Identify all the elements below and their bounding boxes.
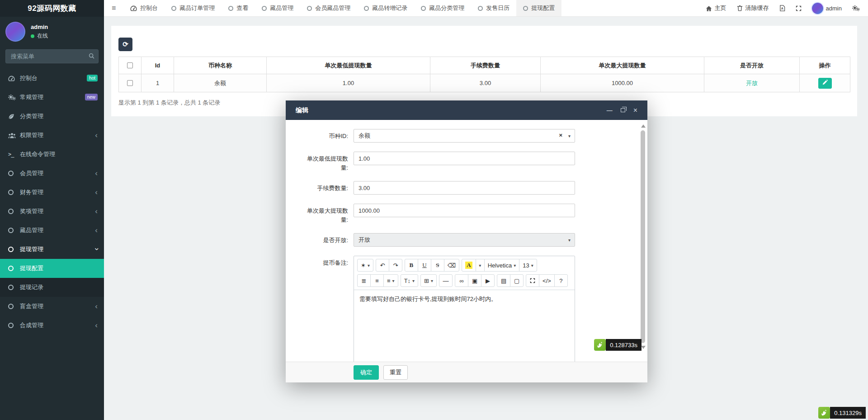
code-view-button[interactable]: </> [539, 274, 555, 287]
app-logo[interactable]: 92源码网数藏 [0, 0, 104, 17]
horizontal-rule-button[interactable]: — [439, 274, 453, 287]
currency-select[interactable]: 余额 [354, 129, 575, 143]
tab-collection-categories[interactable]: 藏品分类管理 [414, 0, 471, 16]
fee-input[interactable] [354, 181, 575, 195]
close-icon[interactable]: × [633, 106, 637, 115]
dialog-titlebar[interactable]: 编辑 — × [286, 100, 647, 120]
insert-table-dropdown[interactable]: ⊞▾ [420, 274, 437, 287]
clear-format-button[interactable]: ⌫ [444, 259, 459, 272]
help-button[interactable]: ? [554, 274, 568, 287]
attach-file-button[interactable]: ▢ [510, 274, 524, 287]
field-is-open: 是否开放: 开放 ▾ [303, 233, 647, 247]
sidebar-item-awards[interactable]: 奖项管理 ‹ [0, 202, 104, 221]
max-withdraw-input[interactable] [354, 204, 575, 217]
field-label: 手续费数量: [303, 181, 348, 195]
maximize-icon[interactable] [621, 108, 625, 112]
editor-content[interactable]: 需要填写好自己的银行卡号,提现到账时间72小时内。 [354, 290, 575, 362]
language-button[interactable]: A [779, 5, 785, 11]
sidebar-item-permissions[interactable]: 权限管理 ‹ [0, 126, 104, 145]
tab-dashboard[interactable]: 控制台 [123, 0, 165, 16]
sidebar-item-general[interactable]: 常规管理 new [0, 88, 104, 107]
unordered-list-button[interactable]: ≣ [357, 274, 371, 287]
avatar[interactable] [5, 22, 25, 42]
sidebar-item-blindbox[interactable]: 盲盒管理 ‹ [0, 297, 104, 316]
chevron-left-icon: ‹ [95, 302, 98, 310]
refresh-button[interactable]: ⟳ [118, 38, 132, 51]
tab-view[interactable]: 查看 [222, 0, 255, 16]
home-button[interactable]: 主页 [706, 4, 726, 12]
min-withdraw-input[interactable] [354, 152, 575, 165]
edit-dialog: 编辑 — × 币种ID: 余额 × ▾ 单次最低提现数量: [286, 100, 647, 382]
font-size-dropdown[interactable]: 13▾ [519, 259, 537, 272]
chevron-down-icon: ▾ [568, 238, 571, 243]
insert-video-button[interactable]: ▶ [481, 274, 495, 287]
sidebar-search-input[interactable] [5, 49, 99, 63]
select-all-checkbox[interactable] [127, 62, 133, 68]
settings-button[interactable] [852, 5, 860, 11]
undo-button[interactable]: ↶ [376, 259, 389, 272]
sidebar-item-withdraw-config[interactable]: 提现配置 [0, 259, 104, 278]
upload-image-button[interactable]: ▤ [497, 274, 510, 287]
tab-collections[interactable]: 藏品管理 [255, 0, 300, 16]
chevron-left-icon: ‹ [95, 188, 98, 196]
hamburger-icon[interactable]: ≡ [104, 0, 123, 16]
redo-button[interactable]: ↷ [389, 259, 402, 272]
font-color-dropdown[interactable]: ▾ [476, 259, 485, 272]
tab-sale-calendar[interactable]: 发售日历 [471, 0, 516, 16]
chevron-down-icon[interactable]: ▾ [568, 134, 571, 138]
sidebar-item-category[interactable]: 分类管理 [0, 107, 104, 126]
sidebar-item-collections[interactable]: 藏品管理 ‹ [0, 221, 104, 240]
dialog-scrollbar[interactable] [640, 124, 646, 349]
redo-icon: ↷ [393, 262, 398, 269]
horizontal-rule-icon: — [443, 277, 449, 284]
chevron-down-icon: ▾ [368, 263, 370, 268]
is-open-select[interactable]: 开放 [354, 233, 575, 247]
font-color-button[interactable]: A [462, 259, 476, 272]
scroll-up-icon[interactable] [641, 124, 646, 128]
sidebar-item-withdraw-records[interactable]: 提现记录 [0, 278, 104, 297]
scroll-down-icon[interactable] [641, 346, 646, 349]
style-dropdown-button[interactable]: ✶▾ [357, 259, 373, 272]
table-row: 1 余额 1.00 3.00 1000.00 开放 [119, 74, 850, 92]
search-icon[interactable] [89, 53, 94, 60]
sidebar-item-withdraw[interactable]: 提现管理 ‹ [0, 240, 104, 259]
sidebar-item-finance[interactable]: 财务管理 ‹ [0, 183, 104, 202]
underline-button[interactable]: U [418, 259, 431, 272]
home-label: 主页 [715, 4, 726, 12]
cell-max-withdraw: 1000.00 [541, 74, 704, 92]
tab-transfer-records[interactable]: 藏品转增记录 [357, 0, 414, 16]
bold-button[interactable]: B [405, 259, 418, 272]
confirm-button[interactable]: 确定 [354, 365, 379, 380]
sidebar-item-online-command[interactable]: >_ 在线命令管理 [0, 145, 104, 164]
sidebar-search [5, 49, 99, 63]
minimize-icon[interactable]: — [607, 107, 613, 114]
sidebar-item-dashboard[interactable]: 控制台 hot [0, 69, 104, 88]
open-status-link[interactable]: 开放 [746, 80, 758, 86]
tab-member-collections[interactable]: 会员藏品管理 [300, 0, 357, 16]
circle-icon [8, 209, 14, 214]
strikethrough-button[interactable]: S [431, 259, 444, 272]
editor-fullscreen-button[interactable] [526, 274, 539, 287]
trace-badge-page[interactable]: 0.131329s [818, 407, 866, 419]
edit-button[interactable] [818, 78, 832, 89]
ordered-list-button[interactable]: ≡ [370, 274, 384, 287]
user-menu[interactable]: admin [812, 3, 842, 14]
row-checkbox[interactable] [127, 80, 133, 86]
clear-cache-button[interactable]: 清除缓存 [737, 4, 769, 12]
trace-badge-modal[interactable]: 0.128733s [594, 339, 642, 351]
sidebar-item-members[interactable]: 会员管理 ‹ [0, 164, 104, 183]
unordered-list-icon: ≣ [362, 277, 367, 284]
insert-picture-button[interactable]: ▣ [468, 274, 481, 287]
line-height-dropdown[interactable]: T↕▾ [401, 274, 418, 287]
tab-collection-orders[interactable]: 藏品订单管理 [165, 0, 222, 16]
reset-button[interactable]: 重置 [383, 365, 408, 380]
font-family-dropdown[interactable]: Helvetica▾ [484, 259, 520, 272]
sidebar-item-synthesis[interactable]: 合成管理 ‹ [0, 316, 104, 335]
paragraph-align-dropdown[interactable]: ≡▾ [383, 274, 398, 287]
fullscreen-button[interactable] [796, 5, 802, 11]
circle-icon [8, 247, 14, 252]
insert-link-button[interactable]: ∞ [455, 274, 468, 287]
scrollbar-thumb[interactable] [641, 130, 645, 343]
clear-selection-icon[interactable]: × [559, 132, 562, 138]
tab-withdraw-config[interactable]: 提现配置 [516, 0, 561, 16]
